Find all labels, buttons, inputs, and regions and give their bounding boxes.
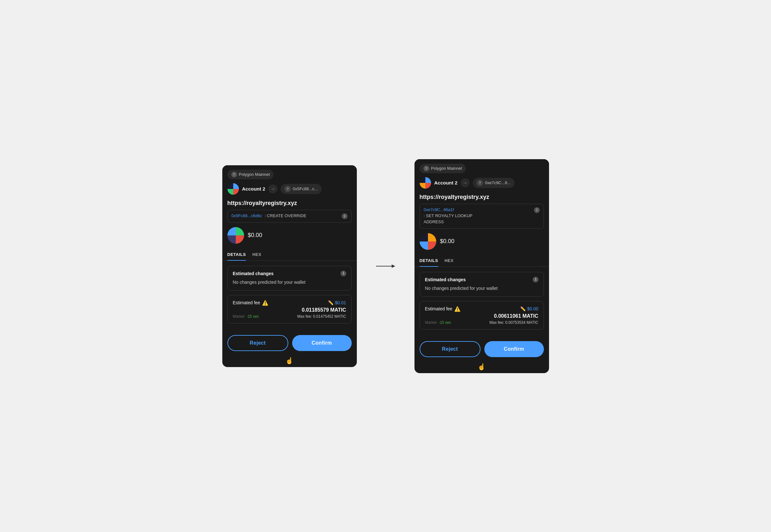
left-fee-usd: ✏️ $0.01 [328,300,346,305]
right-buttons-row: Reject Confirm [414,341,549,362]
left-fee-market: Market -15 sec [233,314,259,319]
right-balance-pie [420,233,436,250]
left-fee-box: Estimated fee ⚠️ ✏️ $0.01 0.01185579 MAT… [227,295,352,323]
right-address-badge: ? 0xe7c9C...6... [473,178,514,188]
right-fee-top: Estimated fee ⚠️ ✏️ $0.00 [425,306,538,312]
right-network-icon: ? [423,166,429,171]
left-fee-top: Estimated fee ⚠️ ✏️ $0.01 [233,300,346,306]
left-network-label: Polygon Mainnet [239,172,270,177]
right-fee-usd-value: $0.00 [527,306,538,311]
right-balance-section: $0.00 [414,233,549,255]
left-avatar [227,183,239,195]
left-contract-address: 0x5Fc88...c6d6c [232,213,262,218]
right-contract-method: : SET ROYALTY LOOKUP ADDRESS [424,213,531,225]
main-container: ? Polygon Mainnet Account 2 → ? [209,146,562,386]
right-confirm-button[interactable]: Confirm [484,341,544,357]
right-fee-market: Market -15 sec [425,320,451,325]
left-warning-icon: ⚠️ [262,300,268,306]
left-contract-info-icon[interactable]: ℹ [342,213,348,219]
right-fee-market-text: Market [425,320,437,325]
left-fee-matic: 0.01185579 MATIC [233,307,346,313]
right-contract-line2: ADDRESS [424,219,444,224]
right-fee-bottom: Market -15 sec Max fee: 0.00753534 MATIC [425,320,538,325]
right-contract-badge: 0xe7c9C...66a1f : SET ROYALTY LOOKUP ADD… [420,204,544,229]
left-edit-icon[interactable]: ✏️ [328,300,333,305]
left-wallet-card: ? Polygon Mainnet Account 2 → ? [222,165,357,367]
left-estimated-title-text: Estimated changes [233,271,274,276]
flow-arrow [376,261,395,271]
left-card-body: Estimated changes ℹ No changes predicted… [222,261,357,335]
left-site-url: https://royaltyregistry.xyz [222,200,357,210]
right-tab-details[interactable]: DETAILS [420,255,438,267]
left-tabs-row: DETAILS HEX [222,249,357,261]
right-account-row: Account 2 → ? 0xe7c9C...6... [420,177,544,189]
right-estimated-title: Estimated changes ℹ [425,277,538,282]
left-balance-section: $0.00 [222,227,357,249]
left-cursor: ☝ [285,357,293,364]
right-fee-box: Estimated fee ⚠️ ✏️ $0.00 0.00611061 MAT… [420,301,544,330]
left-fee-label: Estimated fee ⚠️ [233,300,269,306]
left-confirm-button[interactable]: Confirm [292,335,352,351]
right-contract-content: 0xe7c9C...66a1f : SET ROYALTY LOOKUP ADD… [424,207,531,225]
right-fee-label: Estimated fee ⚠️ [425,306,461,312]
left-contract-badge: 0x5Fc88...c6d6c : CREATE OVERRIDE ℹ [227,210,352,223]
left-estimated-text: No changes predicted for your wallet [233,279,346,286]
right-contract-line: 0xe7c9C...66a1f [424,207,531,212]
right-fee-label-text: Estimated fee [425,306,453,311]
left-balance-pie [227,227,244,244]
right-tab-hex[interactable]: HEX [445,255,454,267]
right-edit-icon[interactable]: ✏️ [520,306,526,311]
left-account-row: Account 2 → ? 0x5Fc88...c... [227,183,352,195]
right-card-header: ? Polygon Mainnet Account 2 → ? [414,159,549,189]
right-reject-button[interactable]: Reject [420,341,480,357]
right-fee-usd: ✏️ $0.00 [520,306,538,311]
left-contract-method: : CREATE OVERRIDE [265,213,307,218]
right-estimated-box: Estimated changes ℹ No changes predicted… [420,272,544,297]
right-arrow-icon: → [461,178,470,187]
left-address-badge: ? 0x5Fc88...c... [281,184,322,194]
right-account-name: Account 2 [434,180,458,185]
left-fee-market-text: Market [233,314,245,319]
left-card-header: ? Polygon Mainnet Account 2 → ? [222,165,357,195]
left-fee-label-text: Estimated fee [233,300,260,305]
left-balance-amount: $0.00 [248,232,262,239]
left-estimated-box: Estimated changes ℹ No changes predicted… [227,266,352,291]
right-wallet-card: ? Polygon Mainnet Account 2 → ? [414,159,549,373]
left-tab-details[interactable]: DETAILS [227,249,246,261]
right-site-url: https://royaltyregistry.xyz [414,194,549,204]
left-tab-hex[interactable]: HEX [252,249,261,261]
right-estimated-info-icon: ℹ [533,277,538,282]
right-tabs-row: DETAILS HEX [414,255,549,267]
right-address-q-icon: ? [477,180,483,186]
right-contract-address: 0xe7c9C...66a1f [424,207,454,212]
right-contract-colon: : [424,213,426,218]
right-card-body: Estimated changes ℹ No changes predicted… [414,267,549,341]
left-arrow-icon: → [268,184,277,193]
left-fee-usd-value: $0.01 [335,300,346,305]
left-reject-button[interactable]: Reject [227,335,288,351]
left-estimated-title: Estimated changes ℹ [233,271,346,276]
right-fee-maxfee: Max fee: 0.00753534 MATIC [489,320,538,325]
right-warning-icon: ⚠️ [454,306,461,312]
left-estimated-info-icon: ℹ [340,271,346,276]
left-network-badge: ? Polygon Mainnet [227,170,274,179]
left-buttons-row: Reject Confirm [222,335,357,356]
left-account-name: Account 2 [242,186,266,192]
right-balance-amount: $0.00 [440,238,455,245]
right-cursor: ☝ [478,363,486,371]
right-avatar [420,177,431,189]
right-network-badge: ? Polygon Mainnet [420,164,466,173]
right-fee-matic: 0.00611061 MATIC [425,313,538,319]
left-fee-timer: -15 sec [246,314,259,319]
left-address-text: 0x5Fc88...c... [293,186,318,191]
right-fee-timer: -15 sec [439,320,451,325]
right-contract-info-icon[interactable]: ℹ [534,207,540,213]
left-contract-content: 0x5Fc88...c6d6c : CREATE OVERRIDE [232,213,339,218]
left-contract-line: 0x5Fc88...c6d6c : CREATE OVERRIDE [232,213,339,218]
svg-marker-3 [391,264,395,268]
left-network-icon: ? [231,172,237,177]
right-network-label: Polygon Mainnet [431,166,462,171]
left-fee-bottom: Market -15 sec Max fee: 0.01475452 MATIC [233,314,346,319]
right-contract-line1: SET ROYALTY LOOKUP [426,213,472,218]
right-address-text: 0xe7c9C...6... [485,180,511,185]
